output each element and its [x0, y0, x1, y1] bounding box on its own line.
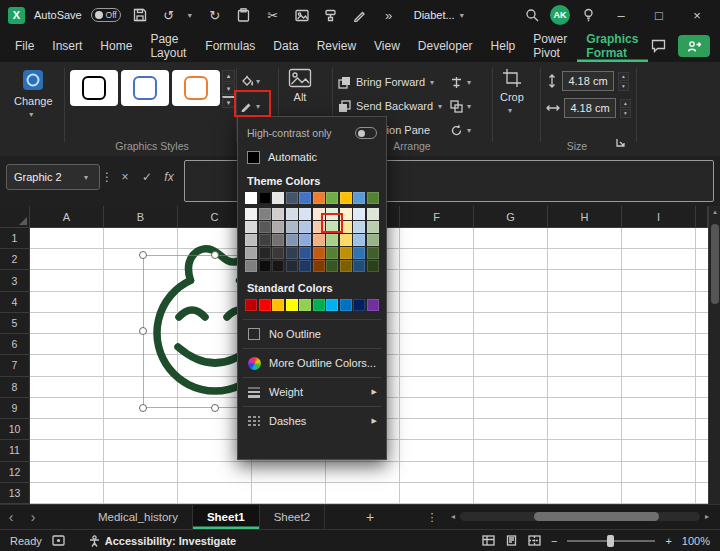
sheet-tab-sheet2[interactable]: Sheet2: [260, 505, 325, 529]
zoom-thumb[interactable]: [607, 535, 614, 547]
theme-variant-swatch[interactable]: [259, 221, 271, 233]
theme-variant-swatch[interactable]: [326, 260, 338, 272]
row-header-10[interactable]: 10: [0, 419, 30, 440]
cancel-button[interactable]: ×: [114, 164, 136, 190]
gallery-up-button[interactable]: ▴: [222, 70, 235, 82]
weight-item[interactable]: Weight ▶: [238, 380, 386, 404]
theme-variant-swatch[interactable]: [245, 234, 257, 246]
selection-handle[interactable]: [211, 251, 219, 259]
theme-variant-swatch[interactable]: [299, 247, 311, 259]
width-step-down[interactable]: ▾: [620, 109, 631, 118]
name-box[interactable]: Graphic 2 ▾: [6, 164, 100, 190]
automatic-color-item[interactable]: Automatic: [238, 145, 386, 169]
row-header-11[interactable]: 11: [0, 440, 30, 461]
theme-variant-swatch[interactable]: [340, 260, 352, 272]
save-icon[interactable]: [130, 5, 150, 25]
avatar[interactable]: AK: [550, 5, 570, 25]
theme-variant-swatch[interactable]: [367, 221, 379, 233]
column-header-B[interactable]: B: [104, 206, 178, 228]
autosave-toggle[interactable]: Off: [91, 8, 121, 22]
selection-handle[interactable]: [211, 404, 219, 412]
theme-variant-swatch[interactable]: [353, 260, 365, 272]
theme-variant-swatch[interactable]: [299, 260, 311, 272]
insert-function-button[interactable]: fx: [158, 164, 180, 190]
row-header-7[interactable]: 7: [0, 355, 30, 376]
macro-record-icon[interactable]: [52, 535, 65, 546]
theme-variant-swatch[interactable]: [367, 208, 379, 220]
row-header-8[interactable]: 8: [0, 377, 30, 398]
selection-handle[interactable]: [139, 327, 147, 335]
theme-variant-swatch[interactable]: [326, 247, 338, 259]
more-outline-colors-item[interactable]: More Outline Colors...: [238, 351, 386, 375]
sheet-nav-left-button[interactable]: ‹: [0, 505, 22, 529]
tab-developer[interactable]: Developer: [409, 30, 482, 62]
row-header-2[interactable]: 2: [0, 249, 30, 270]
standard-color-swatch[interactable]: [340, 299, 352, 311]
theme-variant-swatch[interactable]: [340, 234, 352, 246]
rotate-button[interactable]: ▾: [450, 120, 475, 140]
add-sheet-button[interactable]: +: [353, 505, 387, 529]
crop-button[interactable]: Crop ▾: [500, 68, 524, 115]
normal-view-icon[interactable]: [482, 535, 495, 546]
theme-color-swatch[interactable]: [340, 192, 352, 204]
theme-variant-swatch[interactable]: [353, 234, 365, 246]
sheet-tab-medical_history[interactable]: Medical_history: [84, 505, 193, 529]
shape-height-input[interactable]: 4.18 cm: [562, 71, 614, 91]
standard-color-swatch[interactable]: [272, 299, 284, 311]
dashes-item[interactable]: Dashes ▶: [238, 409, 386, 433]
clipboard-icon[interactable]: [234, 5, 254, 25]
bring-forward-button[interactable]: Bring Forward ▾: [338, 72, 438, 92]
tab-file[interactable]: File: [6, 30, 43, 62]
row-header-1[interactable]: 1: [0, 228, 30, 249]
horizontal-scrollbar[interactable]: ◂ ▸: [446, 509, 714, 524]
size-dialog-launcher-icon[interactable]: [616, 138, 625, 147]
row-header-6[interactable]: 6: [0, 334, 30, 355]
horizontal-scroll-thumb[interactable]: [534, 512, 659, 521]
theme-color-swatch[interactable]: [245, 192, 257, 204]
theme-color-swatch[interactable]: [313, 192, 325, 204]
theme-variant-swatch[interactable]: [245, 208, 257, 220]
tab-review[interactable]: Review: [308, 30, 365, 62]
share-button[interactable]: [678, 35, 710, 57]
high-contrast-toggle[interactable]: [355, 127, 377, 139]
column-header-G[interactable]: G: [474, 206, 548, 228]
lightbulb-icon[interactable]: [578, 5, 598, 25]
page-break-view-icon[interactable]: [528, 535, 541, 546]
theme-variant-swatch[interactable]: [259, 247, 271, 259]
maximize-button[interactable]: □: [644, 1, 674, 29]
change-graphic-button[interactable]: Change ▾: [14, 68, 53, 119]
zoom-in-button[interactable]: +: [665, 535, 671, 547]
graphics-style-thumbnail[interactable]: [172, 70, 220, 106]
theme-variant-swatch[interactable]: [353, 247, 365, 259]
qat-overflow-icon[interactable]: »: [379, 5, 399, 25]
standard-color-swatch[interactable]: [299, 299, 311, 311]
theme-variant-swatch[interactable]: [313, 234, 325, 246]
format-painter-icon[interactable]: [321, 5, 341, 25]
send-backward-button[interactable]: Send Backward ▾: [338, 96, 446, 116]
tab-insert[interactable]: Insert: [43, 30, 91, 62]
accessibility-status[interactable]: Accessibility: Investigate: [89, 535, 236, 547]
theme-variant-swatch[interactable]: [299, 221, 311, 233]
sheet-tab-sheet1[interactable]: Sheet1: [193, 505, 260, 529]
tab-page-layout[interactable]: Page Layout: [141, 30, 196, 62]
theme-variant-swatch[interactable]: [353, 208, 365, 220]
theme-variant-swatch[interactable]: [272, 247, 284, 259]
row-header-4[interactable]: 4: [0, 292, 30, 313]
standard-color-swatch[interactable]: [367, 299, 379, 311]
theme-color-swatch[interactable]: [272, 192, 284, 204]
theme-variant-swatch[interactable]: [286, 221, 298, 233]
zoom-slider[interactable]: [567, 540, 655, 542]
theme-variant-swatch[interactable]: [272, 221, 284, 233]
standard-color-swatch[interactable]: [353, 299, 365, 311]
shape-width-input[interactable]: 4.18 cm: [564, 98, 616, 118]
theme-variant-swatch[interactable]: [286, 208, 298, 220]
theme-variant-swatch[interactable]: [313, 247, 325, 259]
standard-color-swatch[interactable]: [245, 299, 257, 311]
theme-variant-swatch[interactable]: [299, 234, 311, 246]
tab-graphics-format[interactable]: Graphics Format: [577, 30, 648, 62]
sheet-nav-right-button[interactable]: ›: [22, 505, 44, 529]
theme-variant-swatch[interactable]: [272, 234, 284, 246]
copy-picture-icon[interactable]: [292, 5, 312, 25]
horizontal-scroll-track[interactable]: [460, 512, 700, 521]
select-all-corner[interactable]: [0, 206, 30, 228]
